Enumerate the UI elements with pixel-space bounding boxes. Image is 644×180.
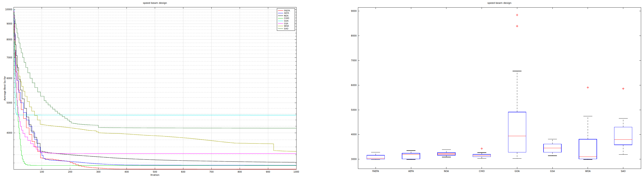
legend-label: GOA xyxy=(284,20,289,22)
x-tick-label: 300 xyxy=(96,171,100,173)
x-tick-label: 500 xyxy=(153,171,157,173)
legend-label: NOA xyxy=(284,15,289,17)
y-tick-label: 10000 xyxy=(5,8,12,11)
category-label: CHIO xyxy=(479,170,484,172)
y-tick-label: 6000 xyxy=(7,77,12,80)
y-tick-label: 6000 xyxy=(351,84,357,86)
y-tick-label: 9000 xyxy=(351,10,357,12)
convergence-chart-title: speed beam design xyxy=(14,2,296,4)
y-tick-label: 4000 xyxy=(351,133,357,136)
category-label: FAEFA xyxy=(372,170,379,172)
y-tick-label: 8000 xyxy=(7,38,12,41)
legend-label: FAEFA xyxy=(284,10,290,12)
charts-svg: 1002003004005006007008009001000400050006… xyxy=(0,0,644,180)
legend-label: WOA xyxy=(284,25,289,27)
x-tick-label: 600 xyxy=(181,171,185,173)
legend-label: SAO xyxy=(284,28,288,30)
x-tick-label: 200 xyxy=(68,171,72,173)
figure-canvas: 1002003004005006007008009001000400050006… xyxy=(0,0,644,180)
category-label: GOA xyxy=(514,170,520,172)
category-label: GSA xyxy=(550,170,555,172)
category-label: NOA xyxy=(444,170,449,172)
convergence-plot: 1002003004005006007008009001000400050006… xyxy=(5,7,299,173)
x-tick-label: 400 xyxy=(124,171,129,173)
y-tick-label: 8000 xyxy=(351,34,357,37)
x-tick-label: 1000 xyxy=(294,171,299,173)
category-label: AEFA xyxy=(408,170,414,172)
y-axis-label: Average Best So-far xyxy=(3,74,6,103)
y-tick-label: 9000 xyxy=(7,22,12,25)
legend-label: AEFA xyxy=(284,12,289,14)
y-tick-label: 7000 xyxy=(351,59,357,62)
y-tick-label: 4000 xyxy=(7,132,12,134)
boxplot-plot: 3000400050006000700080009000FAEFAAEFANOA… xyxy=(351,7,641,172)
legend: FAEFAAEFANOACHIOGOAGSAWOASAO xyxy=(277,8,295,31)
y-tick-label: 3000 xyxy=(351,158,357,160)
legend-label: GSA xyxy=(284,22,288,25)
category-label: SAO xyxy=(621,170,626,172)
y-tick-label: 5000 xyxy=(7,102,12,104)
x-tick-label: 100 xyxy=(40,171,44,173)
x-axis-label: Itration xyxy=(14,174,296,176)
category-label: WOA xyxy=(585,170,591,172)
y-tick-label: 5000 xyxy=(351,109,357,111)
x-tick-label: 900 xyxy=(266,171,270,173)
y-tick-label: 7000 xyxy=(7,56,12,59)
legend-label: CHIO xyxy=(284,17,289,20)
boxplot-chart-title: speed beam design xyxy=(358,2,641,4)
x-tick-label: 700 xyxy=(210,171,214,173)
x-tick-label: 800 xyxy=(238,171,242,173)
